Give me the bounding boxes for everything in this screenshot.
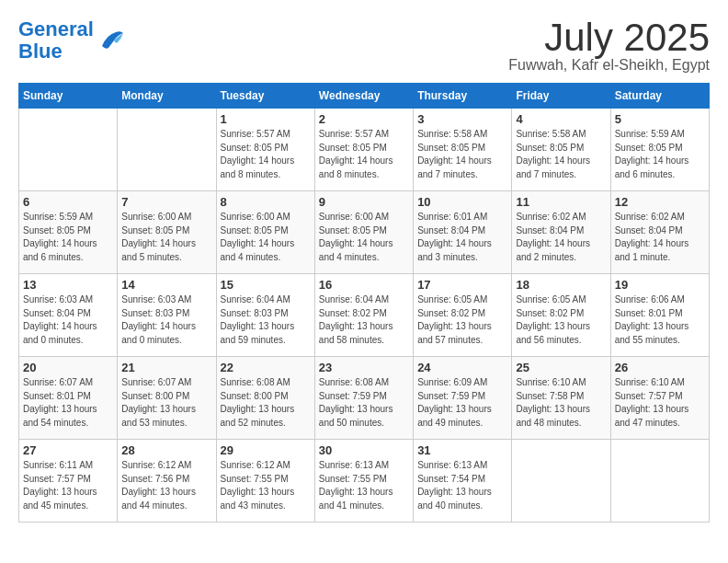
day-number: 12 (615, 195, 705, 209)
day-number: 17 (417, 278, 507, 292)
calendar-cell: 30Sunrise: 6:13 AM Sunset: 7:55 PM Dayli… (314, 440, 413, 523)
calendar-cell: 7Sunrise: 6:00 AM Sunset: 8:05 PM Daylig… (118, 191, 216, 274)
day-info: Sunrise: 6:08 AM Sunset: 8:00 PM Dayligh… (221, 376, 311, 430)
day-info: Sunrise: 6:00 AM Sunset: 8:05 PM Dayligh… (221, 211, 311, 264)
day-info: Sunrise: 6:06 AM Sunset: 8:01 PM Dayligh… (615, 293, 705, 347)
calendar-week-4: 20Sunrise: 6:07 AM Sunset: 8:01 PM Dayli… (19, 357, 710, 440)
calendar-cell: 16Sunrise: 6:04 AM Sunset: 8:02 PM Dayli… (314, 274, 413, 357)
day-number: 31 (417, 443, 507, 457)
calendar-cell (512, 440, 610, 523)
day-info: Sunrise: 6:13 AM Sunset: 7:54 PM Dayligh… (417, 459, 507, 512)
calendar-cell: 3Sunrise: 5:58 AM Sunset: 8:05 PM Daylig… (414, 109, 512, 191)
calendar-cell: 23Sunrise: 6:08 AM Sunset: 7:59 PM Dayli… (314, 357, 413, 440)
weekday-header-saturday: Saturday (610, 84, 709, 109)
day-info: Sunrise: 6:00 AM Sunset: 8:05 PM Dayligh… (121, 211, 211, 264)
day-number: 28 (121, 443, 211, 457)
calendar-cell: 28Sunrise: 6:12 AM Sunset: 7:56 PM Dayli… (118, 440, 216, 523)
day-info: Sunrise: 6:02 AM Sunset: 8:04 PM Dayligh… (615, 211, 705, 264)
calendar-cell: 13Sunrise: 6:03 AM Sunset: 8:04 PM Dayli… (19, 274, 118, 357)
weekday-header-friday: Friday (512, 84, 610, 109)
day-number: 2 (319, 112, 409, 126)
weekday-header-wednesday: Wednesday (314, 84, 413, 109)
logo-text: GeneralBlue (18, 18, 94, 63)
calendar-week-2: 6Sunrise: 5:59 AM Sunset: 8:05 PM Daylig… (19, 191, 710, 274)
calendar-cell: 21Sunrise: 6:07 AM Sunset: 8:00 PM Dayli… (118, 357, 216, 440)
calendar-cell: 22Sunrise: 6:08 AM Sunset: 8:00 PM Dayli… (216, 357, 314, 440)
calendar-cell (610, 440, 709, 523)
day-info: Sunrise: 6:04 AM Sunset: 8:03 PM Dayligh… (221, 293, 311, 347)
day-number: 1 (221, 112, 311, 126)
day-number: 20 (23, 361, 113, 374)
calendar-cell: 26Sunrise: 6:10 AM Sunset: 7:57 PM Dayli… (610, 357, 709, 440)
day-info: Sunrise: 5:58 AM Sunset: 8:05 PM Dayligh… (516, 128, 606, 181)
day-info: Sunrise: 6:04 AM Sunset: 8:02 PM Dayligh… (319, 293, 409, 347)
calendar-cell: 6Sunrise: 5:59 AM Sunset: 8:05 PM Daylig… (19, 191, 118, 274)
weekday-header-row: SundayMondayTuesdayWednesdayThursdayFrid… (19, 84, 710, 109)
day-number: 23 (319, 361, 409, 374)
day-info: Sunrise: 6:12 AM Sunset: 7:56 PM Dayligh… (121, 459, 211, 512)
calendar-cell: 25Sunrise: 6:10 AM Sunset: 7:58 PM Dayli… (512, 357, 610, 440)
day-number: 15 (221, 278, 311, 292)
calendar-body: 1Sunrise: 5:57 AM Sunset: 8:05 PM Daylig… (19, 109, 710, 523)
month-title: July 2025 (508, 18, 710, 57)
day-info: Sunrise: 6:00 AM Sunset: 8:05 PM Dayligh… (319, 211, 409, 264)
calendar-cell (19, 109, 118, 191)
day-info: Sunrise: 6:11 AM Sunset: 7:57 PM Dayligh… (23, 459, 113, 512)
day-number: 22 (221, 361, 311, 374)
calendar-cell: 5Sunrise: 5:59 AM Sunset: 8:05 PM Daylig… (610, 109, 709, 191)
calendar-cell: 4Sunrise: 5:58 AM Sunset: 8:05 PM Daylig… (512, 109, 610, 191)
day-number: 11 (516, 195, 606, 209)
calendar-cell: 1Sunrise: 5:57 AM Sunset: 8:05 PM Daylig… (216, 109, 314, 191)
calendar-header: SundayMondayTuesdayWednesdayThursdayFrid… (19, 84, 710, 109)
day-number: 29 (221, 443, 311, 457)
day-number: 26 (615, 361, 705, 374)
day-number: 9 (319, 195, 409, 209)
calendar-cell: 20Sunrise: 6:07 AM Sunset: 8:01 PM Dayli… (19, 357, 118, 440)
calendar-cell: 24Sunrise: 6:09 AM Sunset: 7:59 PM Dayli… (414, 357, 512, 440)
calendar-cell: 18Sunrise: 6:05 AM Sunset: 8:02 PM Dayli… (512, 274, 610, 357)
day-info: Sunrise: 6:07 AM Sunset: 8:00 PM Dayligh… (121, 376, 211, 430)
day-info: Sunrise: 6:03 AM Sunset: 8:03 PM Dayligh… (121, 293, 211, 347)
calendar-cell: 9Sunrise: 6:00 AM Sunset: 8:05 PM Daylig… (314, 191, 413, 274)
day-number: 16 (319, 278, 409, 292)
day-number: 14 (121, 278, 211, 292)
day-number: 5 (615, 112, 705, 126)
day-number: 18 (516, 278, 606, 292)
day-number: 27 (23, 443, 113, 457)
page-header: GeneralBlue July 2025 Fuwwah, Kafr el-Sh… (18, 18, 710, 74)
weekday-header-sunday: Sunday (19, 84, 118, 109)
day-info: Sunrise: 6:05 AM Sunset: 8:02 PM Dayligh… (417, 293, 507, 347)
calendar-cell: 11Sunrise: 6:02 AM Sunset: 8:04 PM Dayli… (512, 191, 610, 274)
calendar-cell (118, 109, 216, 191)
day-number: 8 (221, 195, 311, 209)
weekday-header-tuesday: Tuesday (216, 84, 314, 109)
day-number: 4 (516, 112, 606, 126)
calendar-cell: 19Sunrise: 6:06 AM Sunset: 8:01 PM Dayli… (610, 274, 709, 357)
day-number: 19 (615, 278, 705, 292)
day-info: Sunrise: 5:57 AM Sunset: 8:05 PM Dayligh… (319, 128, 409, 181)
day-info: Sunrise: 6:01 AM Sunset: 8:04 PM Dayligh… (417, 211, 507, 264)
day-number: 30 (319, 443, 409, 457)
day-number: 13 (23, 278, 113, 292)
day-info: Sunrise: 6:09 AM Sunset: 7:59 PM Dayligh… (417, 376, 507, 430)
location-title: Fuwwah, Kafr el-Sheikh, Egypt (508, 57, 710, 74)
calendar-cell: 31Sunrise: 6:13 AM Sunset: 7:54 PM Dayli… (414, 440, 512, 523)
day-info: Sunrise: 5:59 AM Sunset: 8:05 PM Dayligh… (23, 211, 113, 264)
day-info: Sunrise: 5:57 AM Sunset: 8:05 PM Dayligh… (221, 128, 311, 181)
calendar-cell: 15Sunrise: 6:04 AM Sunset: 8:03 PM Dayli… (216, 274, 314, 357)
day-info: Sunrise: 6:07 AM Sunset: 8:01 PM Dayligh… (23, 376, 113, 430)
day-info: Sunrise: 6:02 AM Sunset: 8:04 PM Dayligh… (516, 211, 606, 264)
calendar-week-1: 1Sunrise: 5:57 AM Sunset: 8:05 PM Daylig… (19, 109, 710, 191)
logo: GeneralBlue (18, 18, 125, 63)
day-info: Sunrise: 5:59 AM Sunset: 8:05 PM Dayligh… (615, 128, 705, 181)
day-info: Sunrise: 6:08 AM Sunset: 7:59 PM Dayligh… (319, 376, 409, 430)
calendar-cell: 10Sunrise: 6:01 AM Sunset: 8:04 PM Dayli… (414, 191, 512, 274)
day-info: Sunrise: 6:10 AM Sunset: 7:57 PM Dayligh… (615, 376, 705, 430)
day-number: 3 (417, 112, 507, 126)
calendar-week-3: 13Sunrise: 6:03 AM Sunset: 8:04 PM Dayli… (19, 274, 710, 357)
day-number: 10 (417, 195, 507, 209)
logo-bird-icon (97, 28, 125, 53)
day-info: Sunrise: 6:13 AM Sunset: 7:55 PM Dayligh… (319, 459, 409, 512)
calendar-cell: 29Sunrise: 6:12 AM Sunset: 7:55 PM Dayli… (216, 440, 314, 523)
calendar-cell: 8Sunrise: 6:00 AM Sunset: 8:05 PM Daylig… (216, 191, 314, 274)
